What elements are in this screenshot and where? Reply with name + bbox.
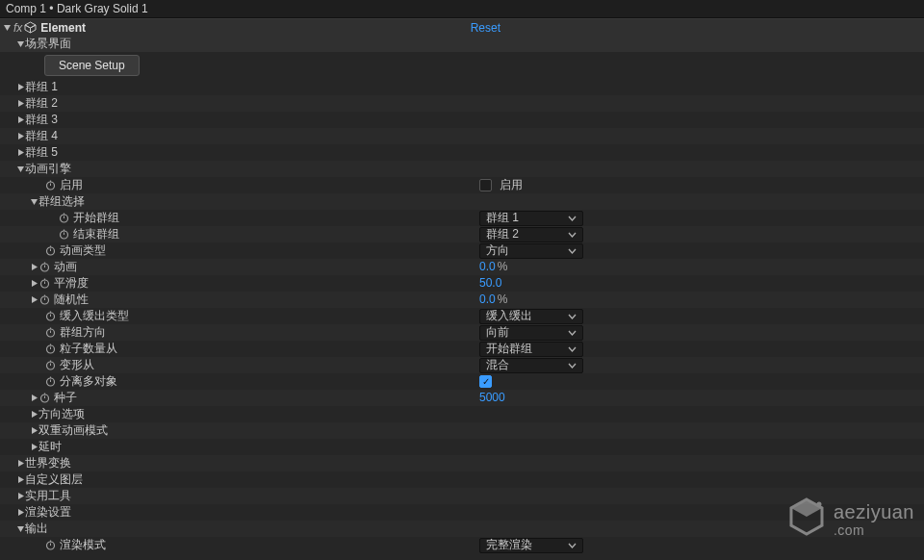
twirl-right-icon[interactable]: [29, 263, 38, 272]
chevron-down-icon: [568, 210, 577, 226]
dropdown-value: 缓入缓出: [486, 308, 532, 324]
twirl-right-icon[interactable]: [15, 148, 25, 158]
stopwatch-icon[interactable]: [44, 376, 56, 388]
smooth-value[interactable]: 50.0: [479, 275, 501, 292]
twirl-right-icon[interactable]: [29, 410, 38, 420]
chevron-down-icon: [568, 324, 577, 341]
twirl-right-icon[interactable]: [29, 394, 38, 403]
group-dir-dropdown[interactable]: 向前: [479, 325, 583, 341]
scene-setup-button[interactable]: Scene Setup: [44, 55, 140, 76]
property-row: 群组 1: [0, 79, 924, 95]
twirl-right-icon[interactable]: [15, 132, 25, 141]
particle-from-dropdown[interactable]: 开始群组: [479, 342, 583, 357]
morph-from-dropdown[interactable]: 混合: [479, 358, 583, 373]
property-row: 渲染设置: [0, 504, 924, 521]
enable-checkbox[interactable]: [479, 179, 492, 191]
stopwatch-icon[interactable]: [44, 540, 56, 551]
twirl-right-icon[interactable]: [15, 492, 25, 501]
chevron-down-icon: [568, 226, 577, 242]
prop-random: 随机性: [54, 292, 89, 308]
twirl-down-icon[interactable]: [2, 23, 12, 33]
twirl-right-icon[interactable]: [15, 115, 25, 125]
cube-icon: [24, 21, 37, 34]
chevron-down-icon: [568, 341, 577, 357]
effect-name: Element: [40, 21, 86, 35]
property-row: 群组 5: [0, 144, 924, 161]
end-group-dropdown[interactable]: 群组 2: [479, 227, 583, 242]
twirl-right-icon[interactable]: [29, 279, 38, 289]
group-3: 群组 3: [25, 112, 58, 128]
twirl-down-icon[interactable]: [15, 39, 25, 49]
property-row: 变形从混合: [0, 357, 924, 373]
prop-smooth: 平滑度: [54, 275, 89, 292]
property-row: 群组方向向前: [0, 324, 924, 341]
group-anim-engine: 动画引擎: [25, 161, 71, 177]
dropdown-value: 完整渲染: [486, 537, 532, 553]
stopwatch-icon[interactable]: [38, 294, 50, 306]
twirl-right-icon[interactable]: [29, 443, 38, 452]
property-row: 群组 4: [0, 128, 924, 144]
stopwatch-icon[interactable]: [58, 213, 69, 224]
group-5: 群组 5: [25, 144, 58, 161]
twirl-right-icon[interactable]: [15, 99, 25, 109]
stopwatch-icon[interactable]: [44, 180, 56, 191]
dropdown-value: 群组 2: [486, 226, 519, 242]
prop-anim: 动画: [54, 259, 77, 275]
stopwatch-icon[interactable]: [44, 311, 56, 322]
property-row: 延时: [0, 439, 924, 455]
anim-type-dropdown[interactable]: 方向: [479, 243, 583, 259]
stopwatch-icon[interactable]: [38, 393, 50, 404]
property-row: 群组选择: [0, 193, 924, 210]
ease-type-dropdown[interactable]: 缓入缓出: [479, 309, 583, 324]
group-dual-anim: 双重动画模式: [38, 422, 108, 439]
dropdown-value: 群组 1: [486, 210, 519, 226]
twirl-right-icon[interactable]: [15, 459, 25, 469]
breadcrumb: Comp 1 • Dark Gray Solid 1: [0, 0, 924, 18]
twirl-right-icon[interactable]: [29, 426, 38, 436]
twirl-down-icon[interactable]: [15, 165, 25, 174]
chevron-down-icon: [568, 308, 577, 324]
dropdown-value: 向前: [486, 324, 509, 341]
prop-anim-type: 动画类型: [60, 242, 106, 259]
stopwatch-icon[interactable]: [58, 229, 69, 241]
prop-start-group: 开始群组: [73, 210, 119, 226]
property-tree: 场景界面Scene Setup群组 1群组 2群组 3群组 4群组 5动画引擎启…: [0, 36, 924, 557]
twirl-right-icon[interactable]: [15, 83, 25, 92]
property-row: 场景界面: [0, 36, 924, 52]
render-mode-dropdown[interactable]: 完整渲染: [479, 538, 583, 553]
prop-group-dir: 群组方向: [60, 324, 106, 341]
dropdown-value: 方向: [486, 242, 509, 259]
dropdown-value: 开始群组: [486, 341, 532, 357]
stopwatch-icon[interactable]: [38, 262, 50, 273]
seed-value[interactable]: 5000: [479, 390, 505, 406]
chevron-down-icon: [568, 537, 577, 553]
stopwatch-icon[interactable]: [38, 278, 50, 290]
twirl-right-icon[interactable]: [15, 508, 25, 518]
dropdown-value: 混合: [486, 357, 509, 373]
stopwatch-icon[interactable]: [44, 245, 56, 257]
anim-value[interactable]: 0.0%: [479, 259, 507, 275]
property-row: 输出: [0, 521, 924, 537]
start-group-dropdown[interactable]: 群组 1: [479, 211, 583, 226]
twirl-down-icon[interactable]: [15, 524, 25, 534]
twirl-right-icon[interactable]: [15, 475, 25, 485]
property-row: 群组 2: [0, 95, 924, 112]
property-row: 启用启用: [0, 177, 924, 193]
property-row: 自定义图层: [0, 471, 924, 488]
property-row: 粒子数量从开始群组: [0, 341, 924, 357]
group-4: 群组 4: [25, 128, 58, 144]
reset-link[interactable]: Reset: [471, 21, 500, 35]
random-value[interactable]: 0.0%: [479, 292, 507, 308]
twirl-down-icon[interactable]: [29, 197, 38, 207]
property-row: 缓入缓出类型缓入缓出: [0, 308, 924, 324]
stopwatch-icon[interactable]: [44, 344, 56, 355]
separate-multi-checkbox[interactable]: [479, 375, 492, 388]
prop-separate-multi: 分离多对象: [60, 373, 117, 390]
stopwatch-icon[interactable]: [44, 327, 56, 339]
stopwatch-icon[interactable]: [44, 360, 56, 371]
property-row: 平滑度50.0: [0, 275, 924, 292]
twirl-right-icon[interactable]: [29, 295, 38, 305]
property-row: 方向选项: [0, 406, 924, 422]
prop-seed: 种子: [54, 390, 77, 406]
group-utilities: 实用工具: [25, 488, 71, 504]
